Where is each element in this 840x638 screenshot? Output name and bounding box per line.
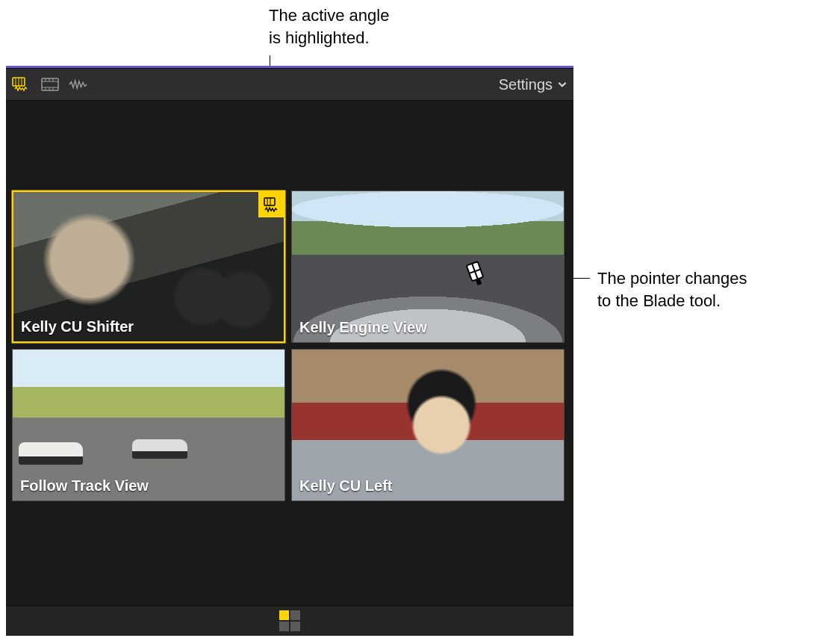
annotation-blade-tool: The pointer changes to the Blade tool. xyxy=(597,267,747,312)
video-audio-switch-icon[interactable] xyxy=(12,76,31,93)
angle-viewer-window: Settings Kelly CU Shifter xyxy=(6,66,573,636)
angle-viewer-bottom-bar xyxy=(6,605,573,636)
video-audio-badge-icon xyxy=(263,196,279,213)
blade-tool-cursor-icon xyxy=(462,260,489,287)
angle-tile-kelly-engine-view[interactable]: Kelly Engine View xyxy=(291,191,564,343)
settings-popup-button[interactable]: Settings xyxy=(499,76,567,93)
chevron-down-icon xyxy=(557,79,567,90)
angles-grid: Kelly CU Shifter Kelly Engine View Follo… xyxy=(12,191,564,501)
angle-tile-kelly-cu-shifter[interactable]: Kelly CU Shifter xyxy=(12,191,285,343)
angle-label: Follow Track View xyxy=(20,477,149,495)
angle-tile-follow-track-view[interactable]: Follow Track View xyxy=(12,349,285,501)
angle-viewer-toolbar: Settings xyxy=(6,68,573,101)
angle-tile-kelly-cu-left[interactable]: Kelly CU Left xyxy=(291,349,564,501)
layout-selector-icon[interactable] xyxy=(279,610,300,631)
settings-label: Settings xyxy=(499,76,553,93)
video-switch-icon[interactable] xyxy=(40,76,60,93)
angle-label: Kelly CU Left xyxy=(299,477,392,495)
angle-label: Kelly CU Shifter xyxy=(21,318,134,335)
active-angle-badge xyxy=(258,192,284,217)
svg-rect-4 xyxy=(42,78,58,90)
angle-label: Kelly Engine View xyxy=(299,319,427,336)
audio-switch-icon[interactable] xyxy=(69,76,88,93)
svg-rect-13 xyxy=(264,198,275,205)
annotation-active-angle: The active angle is highlighted. xyxy=(269,4,389,49)
